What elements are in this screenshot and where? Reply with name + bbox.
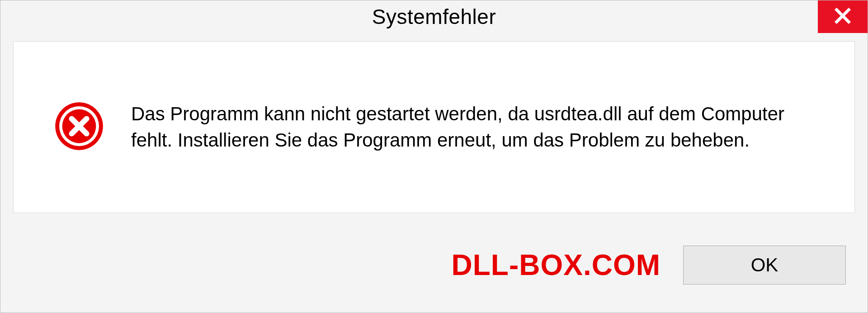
- dialog-title: Systemfehler: [372, 5, 496, 29]
- error-dialog: Systemfehler Das Programm kann nicht ges…: [0, 0, 868, 313]
- close-icon: [834, 7, 852, 27]
- ok-button[interactable]: OK: [683, 246, 846, 285]
- error-message: Das Programm kann nicht gestartet werden…: [131, 101, 827, 153]
- dialog-footer: DLL-BOX.COM OK: [0, 231, 868, 313]
- error-icon: [54, 101, 104, 153]
- close-button[interactable]: [818, 0, 868, 33]
- message-panel: Das Programm kann nicht gestartet werden…: [13, 41, 855, 213]
- watermark-text: DLL-BOX.COM: [452, 248, 661, 282]
- titlebar: Systemfehler: [0, 0, 868, 33]
